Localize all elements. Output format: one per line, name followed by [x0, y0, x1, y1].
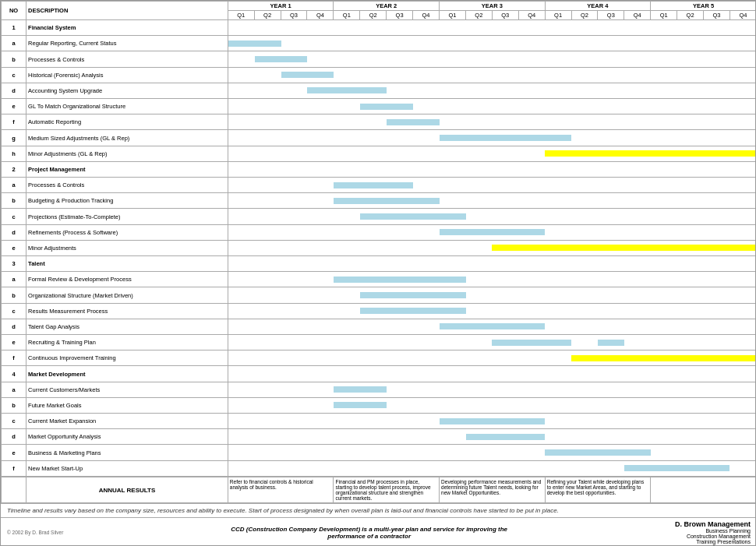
year2-header: YEAR 2: [334, 2, 440, 11]
annual-results-table: ANNUAL RESULTS Refer to financial contro…: [1, 477, 756, 503]
bar-area: [228, 256, 756, 272]
gantt-bar: [307, 87, 387, 93]
gantt-item-row: eBusiness & Marketing Plans: [2, 445, 757, 460]
item-id: e: [2, 99, 26, 114]
footer-note: Timeline and results vary based on the c…: [1, 503, 756, 517]
item-id: e: [2, 445, 26, 460]
q13-header: Q1: [545, 11, 571, 20]
item-id: a: [2, 382, 26, 397]
footer-copyright: © 2002 By D. Brad Silver: [7, 530, 63, 535]
item-desc: Regular Reporting, Current Status: [26, 36, 228, 51]
gantt-bar: [571, 355, 756, 361]
company-name: D. Brown Management: [675, 520, 751, 528]
item-id: b: [2, 287, 26, 303]
gantt-item-row: cResults Measurement Process: [2, 303, 757, 319]
gantt-item-row: bBudgeting & Production Tracking: [2, 193, 757, 209]
gantt-bar: [598, 340, 624, 346]
section-number: 1: [2, 20, 26, 36]
q8-header: Q4: [413, 11, 440, 20]
gantt-item-row: dAccounting System Upgrade: [2, 83, 757, 98]
item-desc: Historical (Forensic) Analysis: [26, 67, 228, 83]
item-desc: Minor Adjustments (GL & Rep): [26, 146, 228, 161]
gantt-item-row: cCurrent Market Expansion: [2, 414, 757, 429]
gantt-item-row: hMinor Adjustments (GL & Rep): [2, 146, 757, 161]
gantt-bar: [545, 150, 756, 157]
gantt-item-row: dTalent Gap Analysis: [2, 319, 757, 334]
bar-area: [228, 178, 756, 193]
gantt-bar: [334, 198, 439, 204]
section-title: Talent: [26, 256, 228, 272]
item-desc: Automatic Reporting: [26, 114, 228, 130]
item-id: h: [2, 146, 26, 161]
item-id: d: [2, 319, 26, 334]
q3-header: Q3: [281, 11, 307, 20]
item-id: b: [2, 397, 26, 413]
bar-area: [228, 382, 756, 397]
company-line2: Business Planning: [675, 528, 751, 534]
q4-header: Q4: [307, 11, 334, 20]
section-title: Project Management: [26, 161, 228, 177]
section-number: 2: [2, 161, 26, 177]
section-number: 3: [2, 256, 26, 272]
bar-area: [228, 36, 756, 51]
q17-header: Q1: [651, 11, 677, 20]
item-desc: Refinements (Process & Software): [26, 224, 228, 240]
q15-header: Q3: [598, 11, 624, 20]
bar-area: [228, 429, 756, 445]
bar-area: [228, 287, 756, 303]
item-desc: GL To Match Organizational Structure: [26, 99, 228, 114]
bar-area: [228, 130, 756, 146]
section-title: Financial System: [26, 20, 228, 36]
q1-header: Q1: [228, 11, 254, 20]
year4-header: YEAR 4: [545, 2, 651, 11]
footer-center: CCD (Construction Company Development) i…: [231, 526, 507, 540]
item-id: a: [2, 178, 26, 193]
gantt-item-row: eRecruiting & Training Plan: [2, 335, 757, 350]
gantt-item-row: aCurrent Customers/Markets: [2, 382, 757, 397]
item-id: c: [2, 209, 26, 224]
gantt-item-row: aFormal Review & Development Process: [2, 272, 757, 287]
bar-area: [228, 350, 756, 366]
gantt-bar: [334, 386, 387, 393]
footer-bottom: © 2002 By D. Brad Silver CCD (Constructi…: [1, 517, 756, 546]
item-desc: Projections (Estimate-To-Complete): [26, 209, 228, 224]
gantt-item-row: fNew Market Start-Up: [2, 460, 757, 476]
bar-area: [228, 161, 756, 177]
gantt-bar: [255, 56, 308, 62]
item-desc: Market Opportunity Analysis: [26, 429, 228, 445]
q19-header: Q3: [704, 11, 730, 20]
gantt-bar: [387, 119, 440, 125]
bar-area: [228, 114, 756, 130]
bar-area: [228, 193, 756, 209]
bar-area: [228, 272, 756, 287]
item-id: c: [2, 414, 26, 429]
item-desc: Current Customers/Markets: [26, 382, 228, 397]
q11-header: Q3: [492, 11, 518, 20]
annual-results-year3: Developing performance measurements and …: [440, 477, 546, 503]
bar-area: [228, 51, 756, 67]
bar-area: [228, 240, 756, 255]
annual-results-label: ANNUAL RESULTS: [26, 477, 228, 503]
q9-header: Q1: [440, 11, 466, 20]
item-id: f: [2, 114, 26, 130]
bar-area: [228, 99, 756, 114]
gantt-item-row: dMarket Opportunity Analysis: [2, 429, 757, 445]
gantt-item-row: cProjections (Estimate-To-Complete): [2, 209, 757, 224]
item-desc: Current Market Expansion: [26, 414, 228, 429]
gantt-bar: [334, 182, 413, 188]
gantt-item-row: gMedium Sized Adjustments (GL & Rep): [2, 130, 757, 146]
item-id: c: [2, 303, 26, 319]
item-id: b: [2, 51, 26, 67]
bar-area: [228, 319, 756, 334]
item-desc: Processes & Controls: [26, 178, 228, 193]
company-line4: Training Presentations: [675, 539, 751, 544]
item-desc: Business & Marketing Plans: [26, 445, 228, 460]
item-desc: Minor Adjustments: [26, 240, 228, 255]
item-desc: Processes & Controls: [26, 51, 228, 67]
gantt-bar: [492, 340, 571, 346]
section-row-3: 3Talent: [2, 256, 757, 272]
gantt-bar: [440, 135, 571, 141]
item-desc: Formal Review & Development Process: [26, 272, 228, 287]
year5-header: YEAR 5: [651, 2, 756, 11]
section-row-4: 4Market Development: [2, 366, 757, 382]
